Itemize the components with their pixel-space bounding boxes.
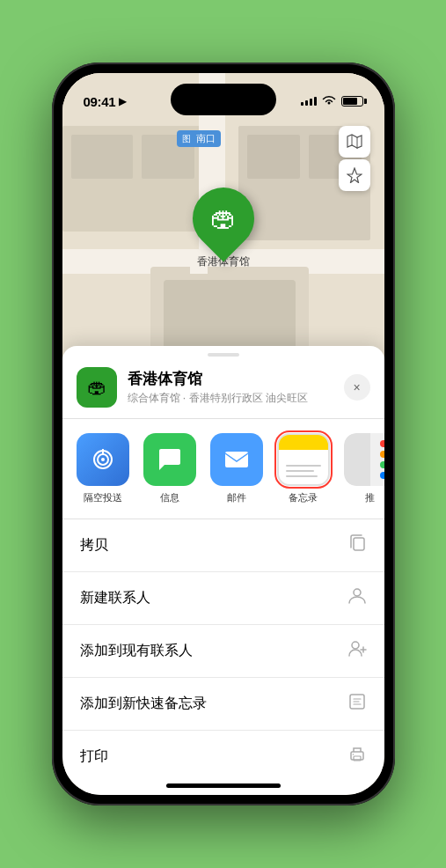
dynamic-island xyxy=(171,84,276,115)
venue-icon: 🏟 xyxy=(77,367,117,408)
battery-fill xyxy=(343,98,358,105)
map-controls xyxy=(339,126,370,191)
app-item-airdrop[interactable]: 隔空投送 xyxy=(77,433,129,504)
apps-row: 隔空投送 信息 xyxy=(62,419,384,519)
map-label: 图 南口 xyxy=(177,130,221,147)
svg-rect-2 xyxy=(71,135,133,179)
map-label-text: 南口 xyxy=(196,133,216,143)
close-button[interactable]: × xyxy=(344,374,370,401)
svg-point-18 xyxy=(101,458,105,461)
action-copy-label: 拷贝 xyxy=(80,536,108,555)
notes-lines xyxy=(286,465,321,477)
messages-icon xyxy=(143,433,196,486)
status-time: 09:41 xyxy=(84,94,116,109)
bottom-sheet: 🏟 香港体育馆 综合体育馆 · 香港特别行政区 油尖旺区 × xyxy=(62,346,384,795)
location-button[interactable] xyxy=(339,159,370,191)
app-item-more[interactable]: 推 xyxy=(344,433,384,504)
phone-frame: 09:41 ▶ xyxy=(52,63,395,805)
venue-info: 香港体育馆 综合体育馆 · 香港特别行政区 油尖旺区 xyxy=(128,369,333,406)
notes-line-2 xyxy=(286,470,314,472)
signal-bar-2 xyxy=(305,100,308,106)
svg-point-22 xyxy=(354,589,361,596)
more-label: 推 xyxy=(365,491,375,504)
pin-inner-icon: 🏟 xyxy=(210,203,237,233)
mail-icon xyxy=(210,433,263,486)
signal-bar-3 xyxy=(310,99,312,106)
airdrop-icon xyxy=(77,433,129,486)
action-add-existing-label: 添加到现有联系人 xyxy=(80,642,193,660)
print-icon xyxy=(347,745,367,769)
messages-label: 信息 xyxy=(160,491,179,504)
venue-name: 香港体育馆 xyxy=(128,369,333,389)
location-icon: ▶ xyxy=(119,95,127,107)
svg-rect-20 xyxy=(225,452,248,467)
map-type-button[interactable] xyxy=(339,126,370,158)
action-print[interactable]: 打印 xyxy=(62,731,384,783)
notes-icon xyxy=(277,433,330,486)
action-add-existing[interactable]: 添加到现有联系人 xyxy=(62,625,384,678)
location-pin: 🏟 香港体育馆 xyxy=(193,188,254,269)
svg-rect-21 xyxy=(354,538,364,550)
quick-note-icon xyxy=(347,692,367,716)
pin-circle: 🏟 xyxy=(179,175,267,262)
svg-rect-10 xyxy=(247,135,300,179)
signal-bars xyxy=(301,97,317,106)
action-copy[interactable]: 拷贝 xyxy=(62,519,384,572)
airdrop-label: 隔空投送 xyxy=(84,491,122,504)
phone-screen: 09:41 ▶ xyxy=(62,73,384,795)
battery-icon xyxy=(341,96,363,107)
signal-bar-4 xyxy=(314,97,317,106)
copy-icon xyxy=(347,533,367,557)
app-item-messages[interactable]: 信息 xyxy=(143,433,196,504)
svg-point-23 xyxy=(352,642,359,649)
notes-line-1 xyxy=(286,465,321,467)
app-item-mail[interactable]: 邮件 xyxy=(210,433,263,504)
notes-line-3 xyxy=(286,475,318,477)
venue-subtitle: 综合体育馆 · 香港特别行政区 油尖旺区 xyxy=(128,391,333,406)
notes-label: 备忘录 xyxy=(289,491,318,504)
status-icons xyxy=(301,94,363,108)
action-add-quick-note[interactable]: 添加到新快速备忘录 xyxy=(62,678,384,731)
wifi-icon xyxy=(322,94,336,108)
app-item-notes[interactable]: 备忘录 xyxy=(277,433,330,504)
person-add-icon xyxy=(347,639,367,663)
mail-label: 邮件 xyxy=(227,491,246,504)
action-new-contact-label: 新建联系人 xyxy=(80,589,150,607)
home-indicator xyxy=(166,783,281,788)
svg-point-32 xyxy=(352,754,354,755)
venue-emoji: 🏟 xyxy=(87,376,106,399)
action-print-label: 打印 xyxy=(80,747,108,766)
signal-bar-1 xyxy=(301,102,303,106)
action-new-contact[interactable]: 新建联系人 xyxy=(62,572,384,625)
venue-header: 🏟 香港体育馆 综合体育馆 · 香港特别行政区 油尖旺区 × xyxy=(62,357,384,419)
action-list: 拷贝 新建联系人 xyxy=(62,519,384,783)
person-icon xyxy=(347,586,367,610)
action-quick-note-label: 添加到新快速备忘录 xyxy=(80,695,207,713)
